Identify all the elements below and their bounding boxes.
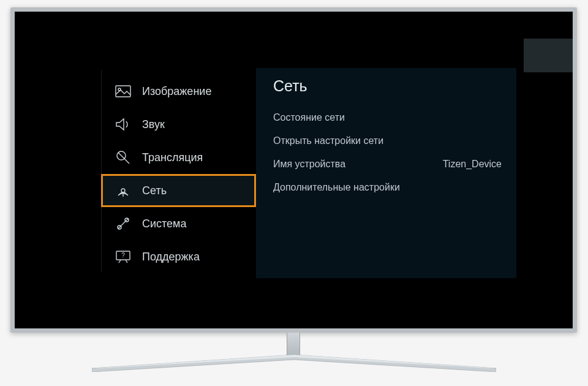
tv-bezel: Изображение Звук [10, 7, 577, 333]
sidebar-item-sound[interactable]: Звук [101, 108, 256, 141]
screen-sticker [524, 39, 573, 72]
row-network-status[interactable]: Состояние сети [273, 106, 502, 129]
tv-stand-base [92, 354, 496, 372]
svg-marker-9 [92, 355, 496, 372]
row-label: Открыть настройки сети [273, 135, 383, 146]
network-icon [115, 183, 131, 199]
row-advanced-settings[interactable]: Дополнительные настройки [273, 176, 502, 199]
sidebar-item-broadcast[interactable]: Трансляция [101, 141, 256, 174]
sidebar-item-system[interactable]: Система [101, 207, 256, 240]
sidebar-item-support[interactable]: ? Поддержка [101, 240, 256, 273]
system-icon [115, 216, 131, 232]
sidebar-item-label: Поддержка [142, 251, 200, 263]
picture-icon [115, 83, 131, 99]
row-label: Дополнительные настройки [273, 182, 400, 193]
broadcast-icon [115, 149, 131, 165]
settings-panel: Сеть Состояние сети Открыть настройки се… [256, 68, 516, 278]
svg-rect-0 [116, 86, 130, 97]
sound-icon [115, 116, 131, 132]
sidebar-item-label: Изображение [142, 85, 211, 98]
sidebar-item-label: Сеть [142, 184, 167, 197]
sidebar-item-label: Трансляция [142, 151, 203, 164]
sidebar-item-network[interactable]: Сеть [101, 174, 256, 207]
support-icon: ? [115, 249, 131, 265]
panel-title: Сеть [273, 77, 502, 95]
row-device-name[interactable]: Имя устройства Tizen_Device [273, 153, 502, 176]
sidebar-item-label: Система [142, 218, 187, 230]
settings-sidebar: Изображение Звук [101, 75, 256, 273]
row-label: Состояние сети [273, 112, 345, 123]
row-open-network-settings[interactable]: Открыть настройки сети [273, 129, 502, 153]
sidebar-item-label: Звук [142, 118, 165, 131]
sidebar-item-picture[interactable]: Изображение [101, 75, 256, 108]
row-value: Tizen_Device [443, 159, 502, 170]
svg-point-3 [121, 189, 125, 192]
svg-text:?: ? [121, 252, 125, 259]
tv-screen: Изображение Звук [15, 12, 573, 328]
row-label: Имя устройства [273, 159, 345, 170]
